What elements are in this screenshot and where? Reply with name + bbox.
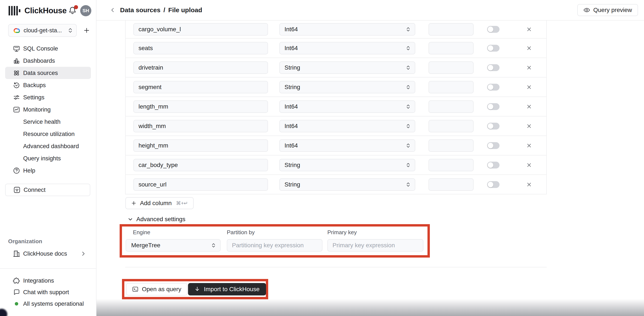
column-name-input[interactable]: [133, 81, 268, 93]
sidebar-item-label: Backups: [23, 82, 46, 89]
column-type-select[interactable]: Int64: [279, 139, 415, 152]
sidebar-item-query-insights[interactable]: Query insights: [5, 152, 91, 164]
column-toggle[interactable]: [487, 45, 500, 52]
remove-column-button[interactable]: [524, 160, 534, 170]
column-toggle[interactable]: [487, 123, 500, 130]
avatar[interactable]: SH: [80, 5, 91, 16]
dashboards-icon: [13, 57, 20, 64]
remove-column-button[interactable]: [524, 25, 534, 34]
sidebar-item-backups[interactable]: Backups: [5, 79, 91, 91]
toggle-knob: [488, 182, 493, 187]
add-column-shortcut: ⌘+↵: [176, 200, 188, 206]
sidebar-item-label: Query insights: [23, 155, 61, 162]
column-toggle[interactable]: [487, 181, 500, 188]
chevron-up-down-icon: [406, 181, 410, 187]
close-icon: [526, 182, 532, 187]
advanced-settings-toggle[interactable]: Advanced settings: [128, 216, 186, 223]
column-name-input[interactable]: [133, 139, 268, 152]
add-column-button[interactable]: Add column ⌘+↵: [126, 197, 194, 209]
column-type-select[interactable]: Int64: [279, 42, 415, 54]
import-to-clickhouse-button[interactable]: Import to ClickHouse: [188, 283, 266, 296]
column-type-select[interactable]: Int64: [279, 120, 415, 132]
organization-label: Organization: [8, 238, 42, 245]
remove-column-button[interactable]: [524, 43, 534, 53]
add-service-button[interactable]: [82, 26, 91, 35]
column-toggle[interactable]: [487, 162, 500, 168]
sidebar-item-clickhouse-docs[interactable]: ClickHouse docs: [5, 248, 91, 260]
column-name-input[interactable]: [133, 61, 268, 74]
column-name-input[interactable]: [133, 23, 268, 35]
column-default-input[interactable]: [428, 42, 474, 54]
column-toggle[interactable]: [487, 142, 500, 149]
sidebar-item-label: Resource utilization: [23, 131, 74, 138]
column-toggle[interactable]: [487, 26, 500, 33]
column-type-select[interactable]: Int64: [279, 100, 415, 113]
engine-label: Engine: [133, 229, 150, 236]
column-default-input[interactable]: [428, 23, 474, 35]
close-icon: [526, 84, 532, 90]
sidebar-item-label: Data sources: [23, 70, 58, 76]
remove-column-button[interactable]: [524, 102, 534, 111]
column-default-input[interactable]: [428, 81, 474, 93]
connect-button[interactable]: Connect: [5, 184, 90, 196]
column-toggle[interactable]: [487, 103, 500, 110]
engine-value: MergeTree: [131, 242, 160, 249]
column-default-input[interactable]: [428, 139, 474, 152]
chevron-down-icon: [128, 217, 133, 222]
notifications-button[interactable]: [68, 6, 77, 16]
column-type-select[interactable]: String: [279, 61, 415, 74]
open-as-query-button[interactable]: Open as query: [126, 283, 187, 296]
toggle-knob: [488, 123, 493, 129]
system-status[interactable]: All systems operational: [5, 298, 91, 310]
connect-label: Connect: [24, 186, 46, 193]
column-default-input[interactable]: [428, 61, 474, 74]
breadcrumb-data-sources[interactable]: Data sources: [120, 6, 160, 14]
table-row: Int64: [126, 38, 546, 58]
back-button[interactable]: [108, 6, 117, 14]
sidebar-item-advanced-dashboard[interactable]: Advanced dashboard: [5, 140, 91, 152]
sidebar-item-chat-support[interactable]: Chat with support: [5, 287, 91, 298]
status-label: All systems operational: [23, 300, 84, 307]
column-type-select[interactable]: String: [279, 159, 415, 171]
remove-column-button[interactable]: [524, 82, 534, 92]
column-default-input[interactable]: [428, 120, 474, 132]
column-default-input[interactable]: [428, 178, 474, 191]
remove-column-button[interactable]: [524, 63, 534, 72]
column-toggle[interactable]: [487, 64, 500, 71]
sidebar-item-data-sources[interactable]: Data sources: [5, 67, 91, 79]
column-type-select[interactable]: Int64: [279, 23, 415, 35]
remove-column-button[interactable]: [524, 121, 534, 131]
column-toggle[interactable]: [487, 84, 500, 91]
query-preview-button[interactable]: Query preview: [577, 4, 638, 16]
table-row: Int64: [126, 20, 546, 38]
column-type-select[interactable]: String: [279, 178, 415, 191]
service-selector[interactable]: cloud-get-sta...: [8, 24, 77, 37]
primary-key-input[interactable]: [327, 239, 424, 252]
column-default-input[interactable]: [428, 159, 474, 171]
engine-select[interactable]: MergeTree: [126, 239, 220, 252]
column-default-input[interactable]: [428, 100, 474, 113]
sidebar-item-sql-console[interactable]: SQL Console: [5, 42, 91, 55]
column-name-input[interactable]: [133, 42, 268, 54]
column-name-input[interactable]: [133, 120, 268, 132]
remove-column-button[interactable]: [524, 180, 534, 189]
sidebar-item-settings[interactable]: Settings: [5, 91, 91, 103]
page-header: Data sources / File upload Query preview: [96, 0, 644, 20]
sidebar-item-resource-utilization[interactable]: Resource utilization: [5, 128, 91, 140]
sidebar-item-service-health[interactable]: Service health: [5, 116, 91, 128]
column-type-value: String: [284, 64, 300, 71]
import-label: Import to ClickHouse: [204, 286, 260, 293]
sidebar-item-dashboards[interactable]: Dashboards: [5, 55, 91, 67]
sidebar-item-integrations[interactable]: Integrations: [5, 275, 91, 287]
service-selector-value: cloud-get-sta...: [24, 27, 65, 34]
sidebar-item-monitoring[interactable]: Monitoring: [5, 103, 91, 116]
column-name-input[interactable]: [133, 159, 268, 171]
remove-column-button[interactable]: [524, 141, 534, 150]
partition-by-input[interactable]: [227, 239, 322, 252]
sidebar-nav: SQL Console Dashboards Data sources Back…: [0, 42, 96, 177]
column-name-input[interactable]: [133, 100, 268, 113]
column-name-input[interactable]: [133, 178, 268, 191]
sidebar-item-help[interactable]: Help: [5, 164, 91, 177]
gcp-cloud-icon: [12, 27, 20, 34]
column-type-select[interactable]: String: [279, 81, 415, 93]
